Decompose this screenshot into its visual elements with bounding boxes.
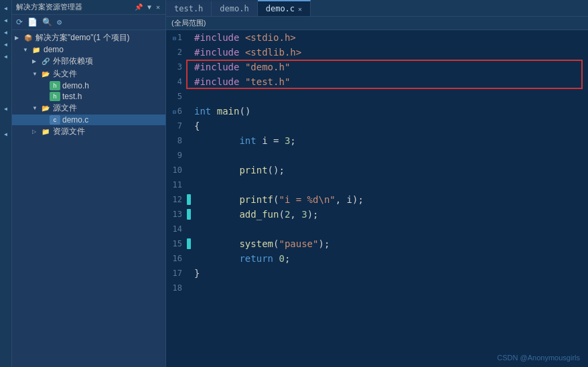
tree-arrow: ▼ (32, 71, 40, 77)
code-line-14: 14 (166, 222, 588, 236)
line-number-2: 2 (166, 48, 186, 57)
tab-close-demo-c[interactable]: ✕ (298, 5, 302, 13)
c-file-icon: c (50, 115, 60, 125)
tree-arrow: ▶ (32, 58, 40, 64)
solution-tree: ▶ 📦 解决方案"demo"(1 个项目) ▼ 📁 demo ▶ 🔗 外部依赖项… (12, 30, 165, 367)
code-editor[interactable]: ⊟1#include <stdio.h>2#include <stdlib.h>… (166, 30, 588, 367)
tree-label-solution: 解决方案"demo"(1 个项目) (35, 32, 130, 44)
code-line-18: 18 (166, 281, 588, 295)
panel-arrow-icon[interactable]: ▼ (146, 3, 153, 11)
line-number-17: 17 (166, 269, 186, 278)
sidebar-icon-4[interactable]: ◀ (1, 39, 11, 50)
editor-area: test.h demo.h demo.c ✕ (全局范围) ⊟1#include… (166, 0, 588, 367)
toolbar-gear-icon[interactable]: ⚙ (56, 17, 63, 27)
tree-item-test-h[interactable]: h test.h (12, 91, 165, 102)
line-number-12: 12 (166, 195, 186, 204)
tab-demo-c[interactable]: demo.c ✕ (258, 0, 311, 16)
tab-bar: test.h demo.h demo.c ✕ (166, 0, 588, 17)
tab-test-h[interactable]: test.h (166, 1, 212, 16)
tree-label-test-h: test.h (62, 92, 82, 101)
line-content-12[interactable]: printf("i = %d\n", i); (192, 194, 588, 205)
scope-bar: (全局范围) (166, 17, 588, 30)
line-content-4[interactable]: #include "test.h" (192, 76, 588, 87)
panel-pin-icon[interactable]: 📌 (133, 3, 144, 11)
tree-item-project-demo[interactable]: ▼ 📁 demo (12, 44, 165, 55)
line-number-8: 8 (166, 136, 186, 145)
sidebar-icon-3[interactable]: ◀ (1, 27, 11, 38)
tree-item-source-files[interactable]: ▼ 📂 源文件 (12, 102, 165, 115)
project-folder-icon: 📁 (31, 45, 42, 54)
code-line-7: 7{ (166, 119, 588, 133)
sidebar-icon-工具箱[interactable]: ◀ (1, 103, 11, 114)
code-line-15: 15 system("pause"); (166, 236, 588, 251)
line-content-3[interactable]: #include "demo.h" (192, 62, 588, 72)
tree-label-demo-c: demo.c (62, 115, 88, 125)
line-number-1: ⊟1 (166, 33, 186, 42)
line-content-1[interactable]: #include <stdio.h> (192, 32, 588, 43)
sidebar-icon-5[interactable]: ◀ (1, 51, 11, 62)
scope-text: (全局范围) (171, 19, 206, 27)
tree-arrow: ▶ (15, 35, 23, 41)
code-line-2: 2#include <stdlib.h> (166, 45, 588, 60)
sidebar-icon-2[interactable]: ◀ (1, 15, 11, 25)
line-gutter-12 (186, 194, 192, 205)
solution-icon: 📦 (23, 33, 33, 43)
toolbar-search-icon[interactable]: 🔍 (41, 17, 54, 27)
tree-item-demo-h[interactable]: h demo.h (12, 80, 165, 91)
sidebar-icon-1[interactable]: ◀ (1, 3, 11, 13)
tree-label-external: 外部依赖项 (53, 56, 93, 67)
source-folder-icon: 📂 (40, 104, 51, 113)
line-content-2[interactable]: #include <stdlib.h> (192, 47, 588, 58)
line-number-15: 15 (166, 239, 186, 248)
tree-label-demo-h: demo.h (62, 81, 89, 90)
line-number-18: 18 (166, 283, 186, 293)
line-number-13: 13 (166, 210, 186, 219)
tab-label-test-h: test.h (174, 4, 203, 13)
line-number-3: 3 (166, 62, 186, 72)
line-content-6[interactable]: int main() (192, 106, 588, 117)
code-line-10: 10 print(); (166, 163, 588, 177)
solution-panel-header: 解决方案资源管理器 📌 ▼ ✕ (12, 0, 165, 15)
line-content-13[interactable]: add_fun(2, 3); (192, 209, 588, 220)
code-line-3: 3#include "demo.h" (166, 60, 588, 74)
line-content-8[interactable]: int i = 3; (192, 135, 588, 146)
h-file-icon-2: h (50, 92, 60, 101)
toolbar-icon-2[interactable]: 📄 (26, 17, 39, 27)
line-number-10: 10 (166, 165, 186, 175)
panel-close-icon[interactable]: ✕ (155, 3, 161, 11)
code-line-9: 9 (166, 148, 588, 163)
line-content-7[interactable]: { (192, 121, 588, 131)
tree-item-header-files[interactable]: ▼ 📂 头文件 (12, 68, 165, 80)
resource-folder-icon: 📁 (40, 127, 51, 137)
line-content-10[interactable]: print(); (192, 165, 588, 175)
line-number-11: 11 (166, 180, 186, 190)
line-content-16[interactable]: return 0; (192, 253, 588, 264)
tab-demo-h[interactable]: demo.h (212, 1, 257, 16)
ref-icon: 🔗 (40, 57, 51, 66)
code-lines: ⊟1#include <stdio.h>2#include <stdlib.h>… (166, 30, 588, 295)
toolbar-icon-1[interactable]: ⟳ (15, 17, 24, 27)
tree-item-solution-root[interactable]: ▶ 📦 解决方案"demo"(1 个项目) (12, 31, 165, 44)
watermark: CSDN @Anonymousgirls (497, 354, 580, 362)
tree-item-external-deps[interactable]: ▶ 🔗 外部依赖项 (12, 55, 165, 68)
code-line-11: 11 (166, 177, 588, 192)
solution-panel-title: 解决方案资源管理器 (16, 2, 82, 12)
tree-arrow: ▷ (32, 129, 40, 135)
code-line-8: 8 int i = 3; (166, 133, 588, 148)
sidebar-icon-属性[interactable]: ◀ (1, 129, 11, 139)
code-line-17: 17} (166, 266, 588, 281)
code-line-5: 5 (166, 89, 588, 104)
line-content-17[interactable]: } (192, 268, 588, 279)
line-content-15[interactable]: system("pause"); (192, 238, 588, 249)
line-number-7: 7 (166, 121, 186, 131)
code-line-12: 12 printf("i = %d\n", i); (166, 192, 588, 207)
line-number-5: 5 (166, 92, 186, 101)
line-gutter-15 (186, 238, 192, 249)
tree-label-headers: 头文件 (53, 68, 77, 80)
line-number-14: 14 (166, 224, 186, 234)
tree-arrow: ▼ (23, 47, 31, 53)
tree-item-demo-c[interactable]: c demo.c (12, 115, 165, 125)
tree-item-resource-files[interactable]: ▷ 📁 资源文件 (12, 125, 165, 138)
line-number-4: 4 (166, 77, 186, 86)
h-file-icon: h (50, 81, 60, 90)
